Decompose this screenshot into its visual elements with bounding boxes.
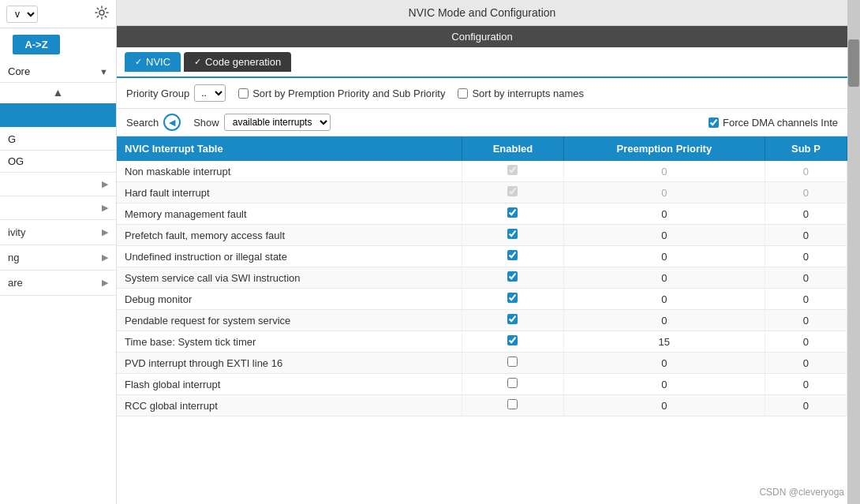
enabled-checkbox[interactable] (507, 378, 518, 388)
tab-nvic[interactable]: ✓ NVIC (125, 52, 181, 72)
sidebar-nav-item-2[interactable]: ▶ (0, 196, 116, 220)
force-dma-checkbox[interactable] (709, 118, 719, 128)
interrupt-sub: 0 (765, 203, 847, 225)
priority-group-label: Priority Group (126, 88, 189, 99)
force-dma-label: Force DMA channels Inte (723, 117, 838, 129)
gear-icon[interactable] (94, 5, 110, 23)
sort-interrupts-section: Sort by interrupts names (458, 88, 584, 99)
main-content: NVIC Mode and Configuration Configuratio… (117, 0, 847, 504)
interrupt-name: Debug monitor (117, 289, 462, 310)
enabled-checkbox[interactable] (507, 207, 518, 218)
enabled-checkbox[interactable] (507, 165, 518, 175)
enabled-checkbox[interactable] (507, 314, 518, 324)
interrupt-enabled[interactable] (462, 395, 564, 416)
interrupt-preemption: 0 (563, 353, 765, 374)
sort-interrupts-checkbox[interactable] (458, 88, 468, 99)
table-row: System service call via SWI instruction0… (117, 267, 847, 289)
interrupt-enabled[interactable] (462, 267, 564, 289)
interrupt-name: Hard fault interrupt (117, 182, 462, 203)
priority-group-select[interactable]: .. (194, 84, 226, 102)
table-row: Hard fault interrupt00 (117, 182, 847, 203)
svg-point-0 (99, 10, 104, 15)
enabled-checkbox[interactable] (507, 399, 518, 409)
chevron-down-icon: ▼ (99, 67, 108, 77)
interrupt-enabled[interactable] (462, 203, 564, 225)
interrupt-enabled[interactable] (462, 331, 564, 353)
enabled-checkbox[interactable] (507, 229, 518, 239)
scroll-thumb[interactable] (848, 39, 859, 87)
watermark: CSDN @cleveryoga (759, 487, 844, 498)
tabs-row: ✓ NVIC ✓ Code generation (117, 47, 847, 78)
interrupt-preemption: 0 (563, 267, 765, 289)
chevron-right-icon-are: ▶ (102, 278, 108, 288)
sidebar-nav-item-ng[interactable]: ng ▶ (0, 245, 116, 271)
interrupt-preemption: 0 (563, 289, 765, 310)
enabled-checkbox[interactable] (507, 335, 518, 345)
search-section: Search ◀ (126, 114, 181, 131)
interrupt-name: Pendable request for system service (117, 310, 462, 331)
sidebar-active-item[interactable] (0, 103, 116, 127)
search-icon[interactable]: ◀ (163, 114, 181, 131)
interrupt-enabled[interactable] (462, 310, 564, 331)
sidebar-core-item[interactable]: Core ▼ (0, 61, 116, 83)
interrupt-name: PVD interrupt through EXTI line 16 (117, 353, 462, 374)
interrupt-table: NVIC Interrupt Table Enabled Preemption … (117, 136, 847, 416)
interrupt-name: Non maskable interrupt (117, 161, 462, 182)
table-row: Time base: System tick timer150 (117, 331, 847, 353)
table-row: Pendable request for system service00 (117, 310, 847, 331)
col-header-preemption: Preemption Priority (563, 136, 765, 161)
sidebar-dropdown[interactable]: v (6, 6, 38, 23)
col-header-name: NVIC Interrupt Table (117, 136, 462, 161)
interrupt-table-container: NVIC Interrupt Table Enabled Preemption … (117, 136, 847, 504)
interrupt-preemption: 0 (563, 246, 765, 267)
tab-codegen-label: Code generation (205, 56, 281, 68)
priority-group-section: Priority Group .. (126, 84, 226, 102)
interrupt-sub: 0 (765, 182, 847, 203)
enabled-checkbox[interactable] (507, 293, 518, 303)
chevron-right-icon-2: ▶ (102, 203, 108, 213)
show-label: Show (193, 117, 219, 129)
sidebar-nav-item-are[interactable]: are ▶ (0, 271, 116, 296)
config-section-label: Configuration (117, 26, 847, 47)
interrupt-enabled[interactable] (462, 182, 564, 203)
interrupt-enabled[interactable] (462, 289, 564, 310)
table-row: Prefetch fault, memory access fault00 (117, 225, 847, 246)
sidebar-nav-item-1[interactable]: ▶ (0, 173, 116, 196)
sort-premption-label: Sort by Premption Priority and Sub Prior… (252, 88, 445, 99)
interrupt-enabled[interactable] (462, 374, 564, 395)
right-scrollbar[interactable] (847, 0, 860, 504)
main-title: NVIC Mode and Configuration (117, 0, 847, 26)
enabled-checkbox[interactable] (507, 250, 518, 260)
interrupt-preemption: 0 (563, 310, 765, 331)
az-button-container: A->Z (0, 28, 116, 61)
interrupt-name: Time base: System tick timer (117, 331, 462, 353)
show-select[interactable]: available interrupts all interrupts enab… (224, 114, 331, 131)
tab-nvic-label: NVIC (146, 56, 170, 68)
tab-codegen-check-icon: ✓ (194, 57, 201, 67)
enabled-checkbox[interactable] (507, 271, 518, 282)
interrupt-enabled[interactable] (462, 161, 564, 182)
table-row: Undefined instruction or illegal state00 (117, 246, 847, 267)
sidebar-scroll-up[interactable]: ▲ (0, 83, 116, 102)
interrupt-enabled[interactable] (462, 246, 564, 267)
sidebar-nav-label-are: are (8, 277, 23, 289)
enabled-checkbox[interactable] (507, 186, 518, 196)
interrupt-enabled[interactable] (462, 353, 564, 374)
interrupt-preemption: 0 (563, 225, 765, 246)
sort-premption-checkbox-label[interactable]: Sort by Premption Priority and Sub Prior… (238, 88, 445, 99)
interrupt-enabled[interactable] (462, 225, 564, 246)
sidebar-top: v (0, 0, 116, 28)
interrupt-sub: 0 (765, 267, 847, 289)
sort-premption-checkbox[interactable] (238, 88, 249, 99)
interrupt-sub: 0 (765, 225, 847, 246)
force-dma-section: Force DMA channels Inte (709, 117, 838, 129)
tab-code-generation[interactable]: ✓ Code generation (184, 52, 291, 72)
interrupt-name: Flash global interrupt (117, 374, 462, 395)
enabled-checkbox[interactable] (507, 357, 518, 367)
show-section: Show available interrupts all interrupts… (193, 114, 331, 131)
sidebar-nav-label-ng: ng (8, 252, 19, 263)
interrupt-preemption: 0 (563, 161, 765, 182)
interrupt-name: Prefetch fault, memory access fault (117, 225, 462, 246)
az-sort-button[interactable]: A->Z (13, 35, 60, 54)
sidebar-nav-item-ivity[interactable]: ivity ▶ (0, 220, 116, 245)
